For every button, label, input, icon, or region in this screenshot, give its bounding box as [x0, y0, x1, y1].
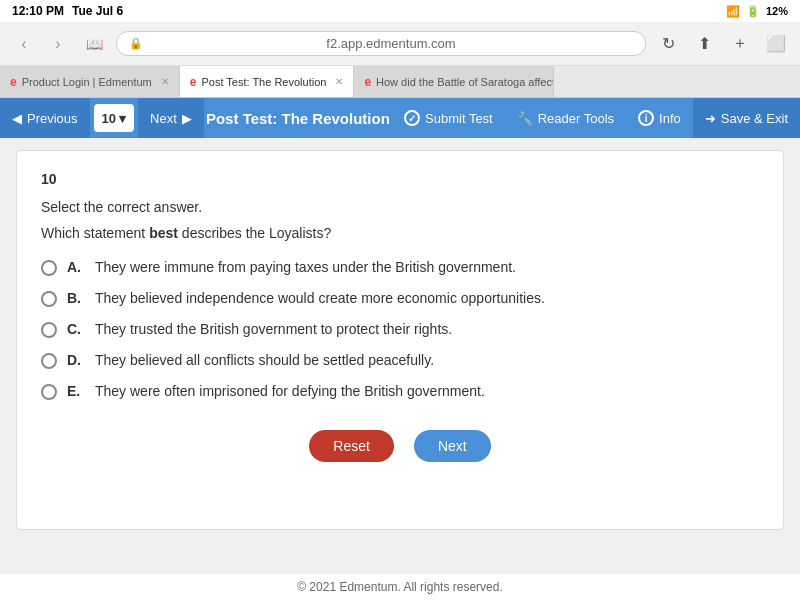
page-footer: © 2021 Edmentum. All rights reserved. [0, 573, 800, 600]
next-button[interactable]: Next ▶ [138, 98, 204, 138]
url-text: f2.app.edmentum.com [149, 36, 633, 51]
tab-close-post-test[interactable]: ✕ [335, 76, 343, 87]
info-label: Info [659, 111, 681, 126]
options-list: A. They were immune from paying taxes un… [41, 259, 759, 400]
radio-a[interactable] [41, 260, 57, 276]
option-b-letter: B. [67, 290, 85, 306]
radio-e[interactable] [41, 384, 57, 400]
tab-label-battle: How did the Battle of Saratoga affect th… [376, 76, 554, 88]
option-a[interactable]: A. They were immune from paying taxes un… [41, 259, 759, 276]
battery-icon: 🔋 [746, 5, 760, 18]
instruction-text: Select the correct answer. [41, 199, 759, 215]
option-c-text: They trusted the British government to p… [95, 321, 452, 337]
wifi-icon: 📶 [726, 5, 740, 18]
option-c[interactable]: C. They trusted the British government t… [41, 321, 759, 338]
lock-icon: 🔒 [129, 37, 143, 50]
browser-chrome: ‹ › 📖 🔒 f2.app.edmentum.com ↻ ⬆ ＋ ⬜ [0, 22, 800, 66]
option-c-letter: C. [67, 321, 85, 337]
option-d-text: They believed all conflicts should be se… [95, 352, 434, 368]
question-num-text: 10 [102, 111, 116, 126]
submit-test-button[interactable]: ✓ Submit Test [392, 98, 505, 138]
radio-c[interactable] [41, 322, 57, 338]
address-bar[interactable]: 🔒 f2.app.edmentum.com [116, 31, 646, 56]
action-buttons: Reset Next [41, 430, 759, 462]
next-action-button[interactable]: Next [414, 430, 491, 462]
back-button[interactable]: ‹ [10, 30, 38, 58]
browser-nav-buttons: ‹ › [10, 30, 72, 58]
tab-icon-post-test: e [190, 75, 197, 89]
battery-level: 12% [766, 5, 788, 17]
save-exit-button[interactable]: ➜ Save & Exit [693, 98, 800, 138]
tabs-button[interactable]: ⬜ [762, 30, 790, 58]
forward-button[interactable]: › [44, 30, 72, 58]
radio-d[interactable] [41, 353, 57, 369]
time-display: 12:10 PM [12, 4, 64, 18]
question-text: Which statement best describes the Loyal… [41, 225, 759, 241]
previous-button[interactable]: ◀ Previous [0, 98, 90, 138]
tab-close-product[interactable]: ✕ [161, 76, 169, 87]
status-bar: 12:10 PM Tue Jul 6 📶 🔋 12% [0, 0, 800, 22]
tab-icon-battle: e [364, 75, 371, 89]
option-b-text: They believed independence would create … [95, 290, 545, 306]
tab-battle[interactable]: e How did the Battle of Saratoga affect … [354, 66, 554, 97]
next-arrow-icon: ▶ [182, 111, 192, 126]
next-label: Next [150, 111, 177, 126]
status-right: 📶 🔋 12% [726, 5, 788, 18]
submit-icon: ✓ [404, 110, 420, 126]
share-button[interactable]: ⬆ [690, 30, 718, 58]
option-e-letter: E. [67, 383, 85, 399]
option-d[interactable]: D. They believed all conflicts should be… [41, 352, 759, 369]
browser-tabs: e Product Login | Edmentum ✕ e Post Test… [0, 66, 800, 98]
test-title: Post Test: The Revolution [204, 110, 392, 127]
question-number-display: 10 [41, 171, 759, 187]
date-display: Tue Jul 6 [72, 4, 123, 18]
question-number-badge[interactable]: 10 ▾ [94, 104, 134, 132]
main-content: 10 Select the correct answer. Which stat… [16, 150, 784, 530]
option-a-text: They were immune from paying taxes under… [95, 259, 516, 275]
tab-product-login[interactable]: e Product Login | Edmentum ✕ [0, 66, 180, 97]
browser-actions: ↻ ⬆ ＋ ⬜ [654, 30, 790, 58]
reload-button[interactable]: ↻ [654, 30, 682, 58]
info-button[interactable]: i Info [626, 98, 693, 138]
tab-label-post-test: Post Test: The Revolution [201, 76, 326, 88]
previous-label: Previous [27, 111, 78, 126]
save-icon: ➜ [705, 111, 716, 126]
option-a-letter: A. [67, 259, 85, 275]
new-tab-button[interactable]: ＋ [726, 30, 754, 58]
dropdown-chevron-icon: ▾ [119, 111, 126, 126]
option-d-letter: D. [67, 352, 85, 368]
wrench-icon: 🔧 [517, 111, 533, 126]
status-left: 12:10 PM Tue Jul 6 [12, 4, 123, 18]
option-b[interactable]: B. They believed independence would crea… [41, 290, 759, 307]
copyright-text: © 2021 Edmentum. All rights reserved. [297, 580, 503, 594]
submit-label: Submit Test [425, 111, 493, 126]
tab-post-test[interactable]: e Post Test: The Revolution ✕ [180, 66, 355, 97]
save-label: Save & Exit [721, 111, 788, 126]
option-e[interactable]: E. They were often imprisoned for defyin… [41, 383, 759, 400]
radio-b[interactable] [41, 291, 57, 307]
app-toolbar: ◀ Previous 10 ▾ Next ▶ Post Test: The Re… [0, 98, 800, 138]
previous-arrow-icon: ◀ [12, 111, 22, 126]
reader-mode-icon: 📖 [80, 30, 108, 58]
reader-label: Reader Tools [538, 111, 614, 126]
reader-tools-button[interactable]: 🔧 Reader Tools [505, 98, 626, 138]
tab-icon-product: e [10, 75, 17, 89]
reset-button[interactable]: Reset [309, 430, 394, 462]
tab-label-product: Product Login | Edmentum [22, 76, 152, 88]
bold-word: best [149, 225, 178, 241]
info-icon: i [638, 110, 654, 126]
option-e-text: They were often imprisoned for defying t… [95, 383, 485, 399]
